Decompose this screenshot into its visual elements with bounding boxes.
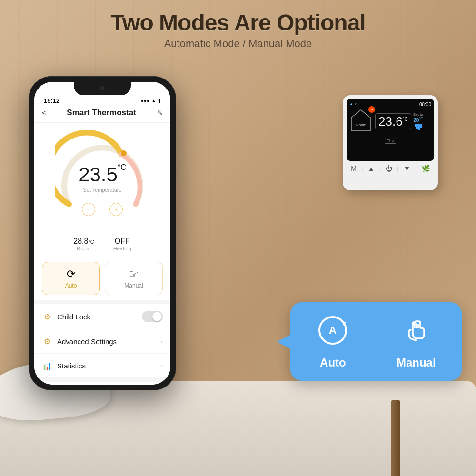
device-m-button[interactable]: M [351,165,357,172]
child-lock-label: Child Lock [57,313,137,321]
svg-text:A: A [329,324,337,336]
sun-icon: ☀ [370,108,374,112]
heating-label: Heating [113,246,131,251]
header-section: Two Modes Are Optional Automatic Mode / … [0,10,476,50]
svg-text:Room: Room [356,123,367,127]
advanced-settings-icon: ⚙ [42,336,52,347]
manual-mode-icon: ☞ [129,268,139,280]
auto-mode-button[interactable]: ⟳ Auto [42,262,100,295]
device-down-button[interactable]: ▼ [404,165,410,172]
callout-arrow [277,334,291,349]
device-power-button[interactable]: ⏻ [386,165,392,172]
signal-icon: ●●● [141,98,149,103]
settings-list: ⚙ Child Lock ⚙ Advanced Settings › 📊 Sta… [34,304,170,378]
battery-icon: ▮ [158,98,161,103]
wifi-icon: ▲ [151,98,156,103]
house-icon: Room [349,108,372,133]
bed-area [0,381,476,476]
advanced-settings-item[interactable]: ⚙ Advanced Settings › [34,329,170,354]
camera-icon [100,86,105,90]
device-current-temp: 23.6°C [378,115,408,128]
callout-manual-label: Manual [397,356,436,369]
heating-status: OFF [113,237,131,246]
statistics-label: Statistics [57,362,156,370]
temp-label: Set Temperature [79,187,126,193]
current-temp: 23.5 [79,163,118,186]
callout-modes: A Auto Manual [305,314,447,369]
statistics-item[interactable]: 📊 Statistics › [34,354,170,378]
auto-mode-icon: ⟳ [67,268,75,280]
app-header: < Smart Thermostat ✎ [34,106,170,123]
device-time: 08:00 [419,102,431,107]
stats-row: 28.8°C Room OFF Heating [34,233,170,257]
svg-point-0 [121,150,127,156]
room-temp-value: 28.8°C [73,237,94,246]
gauge-controls: − + [82,203,123,216]
wifi-status-icon: ▲ [349,102,353,106]
callout-divider [373,323,373,361]
table-leg [391,400,400,476]
status-icons: ●●● ▲ ▮ [141,98,161,103]
thermostat-device: ▲ B 08:00 ☀ Room [343,95,438,190]
child-lock-item[interactable]: ⚙ Child Lock [34,304,170,329]
device-screen: ▲ B 08:00 ☀ Room [347,99,434,161]
phone-screen: 15:12 ●●● ▲ ▮ < Smart Thermostat ✎ [34,82,170,385]
svg-marker-1 [351,110,370,131]
manual-mode-label: Manual [124,282,143,289]
edit-button[interactable]: ✎ [157,109,163,117]
phone-notch [74,82,131,95]
increase-temp-button[interactable]: + [109,203,123,216]
callout-auto-mode: A Auto [316,314,349,369]
room-temp-label: Room [73,246,94,251]
chevron-icon-stats: › [160,362,163,369]
child-lock-icon: ⚙ [42,311,52,322]
room-temp-unit: °C [88,239,94,245]
advanced-settings-label: Advanced Settings [57,337,156,346]
device-day: Thu [385,138,396,144]
status-time: 15:12 [44,97,60,104]
thermostat-section: 23.5 °C Set Temperature − + [34,123,170,233]
statistics-icon: 📊 [42,360,52,371]
toggle-knob [152,312,162,321]
heating-stat: OFF Heating [113,237,131,251]
device-up-button[interactable]: ▲ [368,165,375,172]
callout-manual-icon [399,314,433,351]
off-button-container: OFF [34,382,170,385]
app-title: Smart Thermostat [46,108,157,118]
manual-mode-button[interactable]: ☞ Manual [105,262,163,295]
page-subtitle: Automatic Mode / Manual Mode [0,38,476,50]
device-body: ▲ B 08:00 ☀ Room [343,95,438,190]
set-label: Set to [413,112,423,117]
auto-mode-label: Auto [65,282,77,289]
room-temp-stat: 28.8°C Room [73,237,94,251]
callout-auto-icon: A [316,314,349,351]
back-button[interactable]: < [42,109,46,117]
phone: 15:12 ●●● ▲ ▮ < Smart Thermostat ✎ [29,76,176,390]
temperature-gauge: 23.5 °C Set Temperature − + [55,130,150,226]
callout-manual-mode: Manual [397,314,436,369]
temperature-display: 23.5 °C Set Temperature [79,163,126,193]
decrease-temp-button[interactable]: − [82,203,95,216]
page-title: Two Modes Are Optional [0,10,476,36]
device-set-temp: 20°C [413,117,423,123]
callout-auto-label: Auto [320,356,346,369]
callout-bubble: A Auto Manual [290,302,462,381]
device-leaf-button[interactable]: 🌿 [422,165,430,172]
phone-container: 15:12 ●●● ▲ ▮ < Smart Thermostat ✎ [29,76,176,390]
mode-section: ⟳ Auto ☞ Manual [34,257,170,300]
chevron-icon: › [160,337,163,345]
temp-unit: °C [118,163,126,172]
bt-icon: B [355,102,357,106]
child-lock-toggle[interactable] [142,311,163,322]
device-buttons: M | ▲ | ⏻ | ▼ | 🌿 [347,161,434,172]
